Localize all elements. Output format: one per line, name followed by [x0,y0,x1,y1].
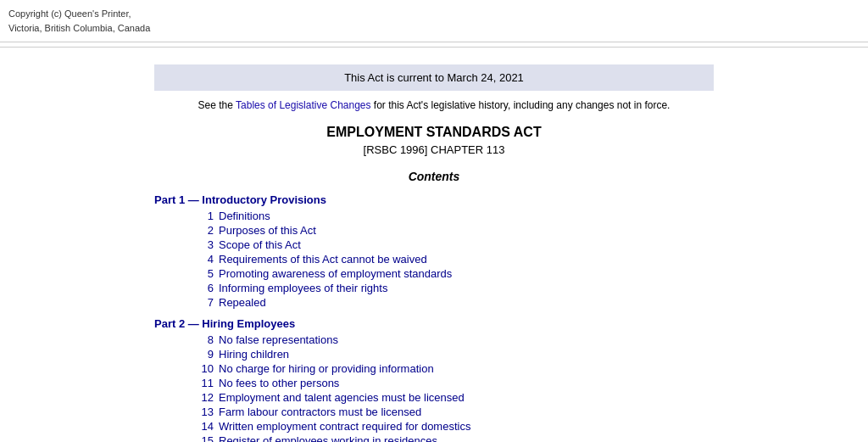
toc-item-label[interactable]: Hiring children [219,348,289,361]
main-content: This Act is current to March 24, 2021 Se… [137,48,731,442]
toc-item-label[interactable]: Repealed [219,296,266,309]
contents-heading: Contents [154,170,714,183]
toc-container: Part 1 — Introductory Provisions1Definit… [154,193,714,442]
toc-item: 1Definitions [188,210,714,222]
act-chapter: [RSBC 1996] CHAPTER 113 [154,143,714,156]
toc-item: 7Repealed [188,296,714,309]
part-heading[interactable]: Part 1 — Introductory Provisions [154,193,714,206]
part-heading-link[interactable]: Part 1 — Introductory Provisions [154,193,326,206]
part-heading[interactable]: Part 2 — Hiring Employees [154,317,714,330]
toc-item-number[interactable]: 12 [188,391,214,404]
toc-item: 12Employment and talent agencies must be… [188,391,714,404]
toc-item-number[interactable]: 6 [188,282,214,294]
toc-item: 5Promoting awareness of employment stand… [188,267,714,280]
toc-item-number[interactable]: 8 [188,333,214,346]
toc-item-number[interactable]: 9 [188,348,214,361]
toc-item-number[interactable]: 13 [188,406,214,418]
toc-item-label[interactable]: No fees to other persons [219,377,339,389]
copyright-text: Copyright (c) Queen's Printer, Victoria,… [8,7,860,35]
part-section: Part 2 — Hiring Employees8No false repre… [154,317,714,442]
toc-item-number[interactable]: 3 [188,238,214,251]
toc-item: 15Register of employees working in resid… [188,434,714,442]
toc-item: 9Hiring children [188,348,714,361]
status-banner: This Act is current to March 24, 2021 [154,64,714,91]
status-text: This Act is current to March 24, 2021 [344,71,524,84]
toc-item-label[interactable]: No false representations [219,333,338,346]
toc-item-number[interactable]: 7 [188,296,214,309]
toc-item: 6Informing employees of their rights [188,282,714,294]
toc-item-number[interactable]: 15 [188,434,214,442]
toc-item-label[interactable]: Written employment contract required for… [219,420,470,433]
toc-item: 13Farm labour contractors must be licens… [188,406,714,418]
copyright-line2: Victoria, British Columbia, Canada [8,23,150,33]
toc-item: 4Requirements of this Act cannot be waiv… [188,253,714,266]
toc-item: 2Purposes of this Act [188,224,714,237]
toc-item-label[interactable]: Register of employees working in residen… [219,434,437,442]
toc-item-number[interactable]: 14 [188,420,214,433]
toc-item-label[interactable]: Definitions [219,210,270,222]
toc-item-number[interactable]: 2 [188,224,214,237]
act-title: EMPLOYMENT STANDARDS ACT [154,125,714,140]
toc-item-label[interactable]: Purposes of this Act [219,224,316,237]
toc-item: 3Scope of this Act [188,238,714,251]
toc-item-label[interactable]: Informing employees of their rights [219,282,387,294]
toc-item-label[interactable]: Farm labour contractors must be licensed [219,406,421,418]
part-heading-link[interactable]: Part 2 — Hiring Employees [154,317,295,330]
notice-prefix: See the [198,99,236,111]
copyright-line1: Copyright (c) Queen's Printer, [8,8,131,19]
legislative-notice: See the Tables of Legislative Changes fo… [154,99,714,111]
toc-item: 14Written employment contract required f… [188,420,714,433]
part-section: Part 1 — Introductory Provisions1Definit… [154,193,714,309]
toc-item-number[interactable]: 11 [188,377,214,389]
notice-suffix: for this Act's legislative history, incl… [371,99,670,111]
toc-item-number[interactable]: 1 [188,210,214,222]
legislative-changes-link[interactable]: Tables of Legislative Changes [236,99,370,111]
toc-item-number[interactable]: 10 [188,362,214,375]
toc-item: 8No false representations [188,333,714,346]
toc-item: 10No charge for hiring or providing info… [188,362,714,375]
toc-item-number[interactable]: 5 [188,267,214,280]
toc-item-label[interactable]: Promoting awareness of employment standa… [219,267,452,280]
toc-item-number[interactable]: 4 [188,253,214,266]
toc-item-label[interactable]: Employment and talent agencies must be l… [219,391,465,404]
top-bar: Copyright (c) Queen's Printer, Victoria,… [0,0,868,42]
toc-item: 11No fees to other persons [188,377,714,389]
toc-item-label[interactable]: No charge for hiring or providing inform… [219,362,434,375]
toc-item-label[interactable]: Scope of this Act [219,238,301,251]
toc-item-label[interactable]: Requirements of this Act cannot be waive… [219,253,427,266]
